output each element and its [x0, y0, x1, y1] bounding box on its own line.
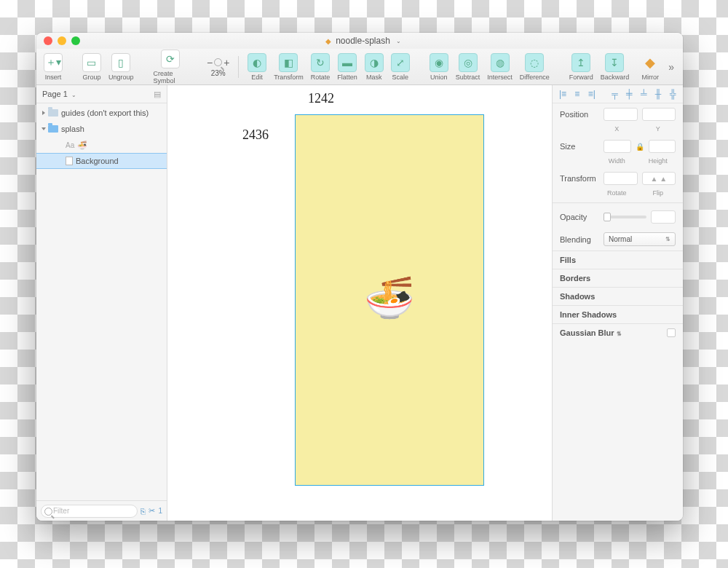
app-window: ◆ noodle-splash ⌄ ＋▾ Insert ▭Group ▯Ungr…	[36, 33, 683, 521]
toolbar: ＋▾ Insert ▭Group ▯Ungroup ⟳Create Symbol…	[36, 49, 683, 85]
backward-button[interactable]: ↧Backward	[599, 53, 631, 81]
document-title-text: noodle-splash	[336, 36, 390, 46]
rectangle-layer-icon	[66, 157, 73, 165]
position-y-field[interactable]	[642, 108, 676, 121]
gaussian-blur-section[interactable]: Gaussian Blur ⇅	[553, 323, 683, 342]
scale-button[interactable]: ⤢Scale	[389, 53, 411, 81]
size-height-field[interactable]	[649, 140, 676, 153]
select-arrows-icon: ⇅	[665, 236, 670, 242]
size-row: Size 🔒	[553, 135, 683, 157]
align-center-h-icon[interactable]: ≡	[572, 89, 582, 99]
zoom-window-button[interactable]	[71, 36, 80, 45]
ungroup-icon: ▯	[111, 53, 130, 72]
disclosure-triangle-icon[interactable]	[41, 127, 46, 130]
layer-label: guides (don't export this)	[61, 109, 149, 117]
sketch-file-icon: ◆	[325, 37, 331, 45]
mask-icon: ◑	[365, 53, 384, 72]
layer-item-splash[interactable]: splash	[36, 121, 167, 137]
group-icon: ▭	[82, 53, 101, 72]
distribute-h-icon[interactable]: ╫	[653, 89, 663, 99]
canvas[interactable]: 1242 2436 🍜	[167, 85, 552, 521]
group-button[interactable]: ▭Group	[81, 53, 103, 81]
sidebar-footer: Filter ⎘ ✂ 1	[36, 500, 167, 521]
rotate-button[interactable]: ↻Rotate	[309, 53, 332, 81]
edit-icon: ◐	[248, 53, 266, 72]
forward-button[interactable]: ↥Forward	[568, 53, 595, 81]
width-dimension-label: 1242	[308, 91, 334, 106]
close-window-button[interactable]	[44, 36, 52, 45]
scale-icon: ⤢	[391, 53, 410, 72]
position-row: Position	[553, 103, 683, 125]
subtract-icon: ◎	[459, 53, 478, 72]
pages-icon[interactable]: ⎘	[141, 507, 146, 516]
distribute-v-icon[interactable]: ╬	[668, 89, 678, 99]
align-right-icon[interactable]: ≡|	[587, 89, 597, 99]
align-left-icon[interactable]: |≡	[558, 89, 568, 99]
zoom-in-icon[interactable]: +	[223, 57, 229, 68]
layer-item-guides[interactable]: guides (don't export this)	[36, 105, 167, 121]
flatten-button[interactable]: ▬Flatten	[336, 53, 359, 81]
minimize-window-button[interactable]	[58, 36, 66, 45]
rotate-field[interactable]	[604, 172, 638, 185]
subtract-button[interactable]: ◎Subtract	[454, 53, 482, 81]
size-label: Size	[560, 142, 599, 151]
blending-select[interactable]: Normal ⇅	[604, 232, 676, 246]
noodle-emoji-layer[interactable]: 🍜	[364, 274, 415, 322]
shadows-section[interactable]: Shadows	[553, 287, 683, 305]
ungroup-button[interactable]: ▯Ungroup	[107, 53, 135, 81]
union-icon: ◉	[430, 53, 448, 72]
size-width-field[interactable]	[604, 140, 631, 153]
magnifier-icon	[214, 58, 222, 66]
layer-label: Background	[76, 157, 119, 165]
flip-buttons[interactable]: ▲ ▲	[642, 172, 676, 185]
zoom-out-icon[interactable]: −	[207, 57, 213, 68]
position-label: Position	[560, 110, 599, 119]
slice-icon[interactable]: ✂	[149, 506, 155, 516]
inspector-panel: |≡ ≡ ≡| ╤ ╪ ╧ ╫ ╬ Position XY Size 🔒	[552, 85, 683, 521]
position-x-field[interactable]	[604, 108, 638, 121]
text-layer-icon: Aa	[66, 141, 74, 149]
folder-icon	[48, 109, 58, 117]
align-bottom-icon[interactable]: ╧	[638, 89, 649, 99]
transform-row: Transform ▲ ▲	[553, 167, 683, 189]
union-button[interactable]: ◉Union	[428, 53, 450, 81]
opacity-slider[interactable]	[604, 216, 646, 218]
inner-shadows-section[interactable]: Inner Shadows	[553, 305, 683, 323]
rotate-icon: ↻	[311, 53, 330, 72]
transform-button[interactable]: ◧Transform	[272, 53, 305, 81]
mirror-button[interactable]: ◆Mirror	[639, 53, 661, 81]
opacity-label: Opacity	[560, 213, 599, 221]
document-title[interactable]: ◆ noodle-splash ⌄	[85, 36, 641, 46]
difference-button[interactable]: ◌Difference	[518, 53, 551, 81]
chevron-down-icon: ⌄	[71, 92, 76, 98]
mask-button[interactable]: ◑Mask	[363, 53, 385, 81]
layer-item-noodle-text[interactable]: Aa 🍜	[36, 137, 167, 153]
intersect-icon: ◍	[491, 53, 510, 72]
align-top-icon[interactable]: ╤	[609, 89, 620, 99]
align-center-v-icon[interactable]: ╪	[624, 89, 634, 99]
borders-section[interactable]: Borders	[553, 269, 683, 287]
layers-list: guides (don't export this) splash Aa 🍜 B…	[36, 103, 167, 500]
zoom-control[interactable]: − + 23%	[205, 57, 231, 77]
filter-input[interactable]: Filter	[41, 505, 138, 518]
opacity-row: Opacity	[553, 206, 683, 228]
height-dimension-label: 2436	[242, 127, 269, 143]
chevron-down-icon: ⌄	[396, 38, 401, 44]
opacity-field[interactable]	[651, 210, 676, 224]
disclosure-triangle-icon[interactable]	[42, 111, 45, 115]
transform-icon: ◧	[279, 53, 298, 72]
edit-button[interactable]: ◐Edit	[246, 53, 268, 81]
artboard-splash[interactable]: 🍜	[295, 114, 484, 486]
fills-section[interactable]: Fills	[553, 251, 683, 269]
zoom-value: 23%	[211, 70, 226, 77]
blur-checkbox[interactable]	[667, 328, 676, 337]
page-selector[interactable]: Page 1 ⌄ ▤	[36, 85, 167, 103]
intersect-button[interactable]: ◍Intersect	[486, 53, 514, 81]
toolbar-overflow-button[interactable]: »	[665, 61, 677, 73]
artboard-list-icon[interactable]: ▤	[154, 90, 161, 99]
insert-button[interactable]: ＋▾ Insert	[42, 53, 64, 81]
lock-aspect-icon[interactable]: 🔒	[636, 143, 644, 151]
layer-label: 🍜	[77, 141, 87, 150]
layer-item-background[interactable]: Background	[36, 153, 167, 169]
create-symbol-button[interactable]: ⟳Create Symbol	[151, 50, 189, 84]
